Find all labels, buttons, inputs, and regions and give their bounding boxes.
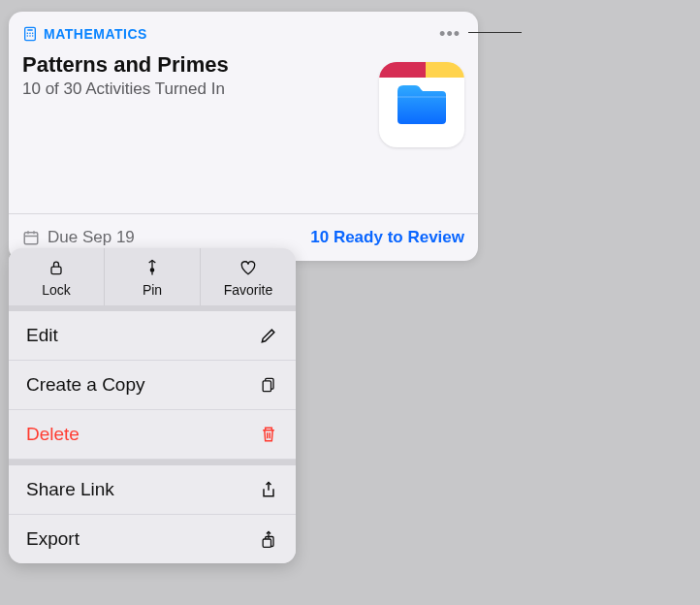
lock-label: Lock [42,282,71,298]
svg-rect-8 [24,233,38,244]
lock-icon [47,258,66,280]
menu-item-create-copy[interactable]: Create a Copy [9,361,296,410]
menu-item-label: Delete [26,424,80,445]
svg-rect-16 [263,381,270,392]
favorite-label: Favorite [224,282,273,298]
ready-to-review-link[interactable]: 10 Ready to Review [310,228,464,247]
menu-item-share-link[interactable]: Share Link [9,465,296,515]
subject-chip[interactable]: MATHEMATICS [22,26,147,42]
due-date: Due Sep 19 [22,228,135,247]
menu-item-export[interactable]: Export [9,515,296,563]
favorite-button[interactable]: Favorite [201,248,296,305]
callout-line [468,32,522,33]
menu-item-delete[interactable]: Delete [9,410,296,460]
subject-label: MATHEMATICS [44,26,147,42]
menu-top-row: Lock Pin Favorite [9,248,296,305]
assignment-card: MATHEMATICS ••• Patterns and Primes 10 o… [9,12,478,261]
more-button[interactable]: ••• [435,21,464,47]
menu-item-label: Export [26,528,80,550]
due-label: Due Sep 19 [48,228,135,247]
lock-button[interactable]: Lock [9,248,105,305]
calendar-icon [22,229,40,246]
pencil-icon [259,326,278,345]
context-menu: Lock Pin Favorite Edit [9,248,296,563]
calculator-icon [22,26,38,42]
files-app-icon[interactable] [379,62,464,147]
card-header-row: MATHEMATICS ••• [9,12,478,47]
export-icon [259,529,278,549]
duplicate-icon [259,375,278,395]
pin-label: Pin [143,282,162,298]
pin-button[interactable]: Pin [105,248,201,305]
share-icon [259,480,278,499]
svg-point-13 [150,269,153,271]
menu-item-label: Share Link [26,479,114,500]
svg-rect-20 [263,539,270,547]
trash-icon [259,425,278,444]
svg-rect-12 [51,267,61,274]
heart-icon [239,258,258,280]
menu-item-label: Edit [26,325,58,346]
folder-icon [394,81,450,128]
menu-item-label: Create a Copy [26,374,145,396]
pin-icon [143,258,162,280]
menu-item-edit[interactable]: Edit [9,311,296,361]
